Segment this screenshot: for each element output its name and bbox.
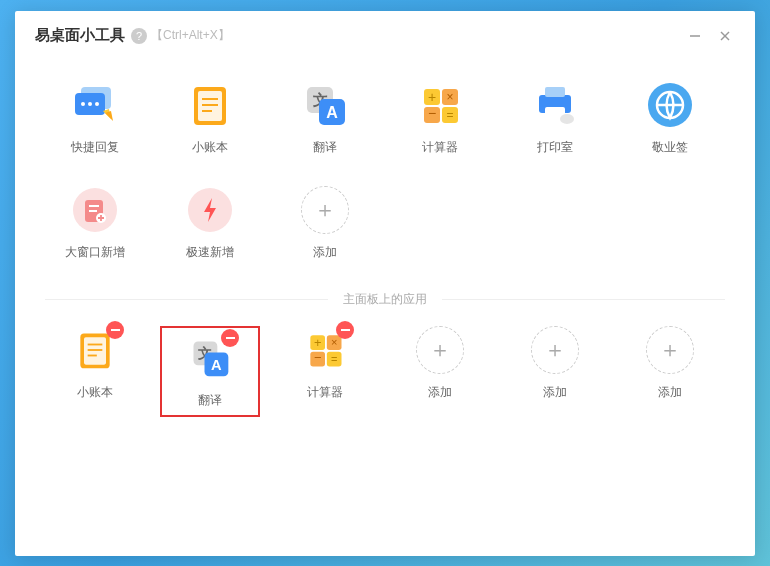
remove-badge-icon[interactable] (221, 329, 239, 347)
minimize-button[interactable] (680, 21, 710, 51)
svg-text:A: A (211, 356, 222, 372)
tool-translate[interactable]: 文 A 翻译 (275, 81, 375, 156)
tool-big-window-add[interactable]: 大窗口新增 (45, 186, 145, 261)
tool-sign[interactable]: 敬业签 (620, 81, 720, 156)
tool-label: 快捷回复 (71, 139, 119, 156)
remove-badge-icon[interactable] (106, 321, 124, 339)
tool-label: 翻译 (198, 392, 222, 409)
tool-calculator[interactable]: + × − = 计算器 (390, 81, 490, 156)
tool-grid: 快捷回复 小账本 文 (45, 81, 725, 261)
tool-label: 打印室 (537, 139, 573, 156)
tool-label: 小账本 (77, 384, 113, 401)
svg-text:+: + (428, 89, 436, 105)
tool-label: 大窗口新增 (65, 244, 125, 261)
tool-label: 添加 (313, 244, 337, 261)
main-window: 易桌面小工具 ? 【Ctrl+Alt+X】 (15, 11, 755, 556)
quick-add-icon (186, 186, 234, 234)
svg-text:=: = (331, 352, 337, 364)
tool-label: 计算器 (307, 384, 343, 401)
add-icon: ＋ (416, 326, 464, 374)
tool-quick-add[interactable]: 极速新增 (160, 186, 260, 261)
svg-text:+: + (314, 335, 322, 350)
svg-point-28 (560, 114, 574, 124)
svg-text:−: − (314, 349, 322, 364)
sign-icon (646, 81, 694, 129)
panel-calculator[interactable]: + × − = 计算器 (275, 326, 375, 411)
tool-quick-reply[interactable]: 快捷回复 (45, 81, 145, 156)
content-area: 快捷回复 小账本 文 (15, 61, 755, 421)
translate-icon: 文 A (301, 81, 349, 129)
tool-label: 添加 (658, 384, 682, 401)
svg-point-7 (95, 102, 99, 106)
print-icon (531, 81, 579, 129)
tool-print[interactable]: 打印室 (505, 81, 605, 156)
svg-text:×: × (331, 336, 337, 348)
svg-point-6 (88, 102, 92, 106)
close-button[interactable] (710, 21, 740, 51)
tool-label: 计算器 (422, 139, 458, 156)
tool-label: 极速新增 (186, 244, 234, 261)
titlebar: 易桌面小工具 ? 【Ctrl+Alt+X】 (15, 11, 755, 61)
quick-reply-icon (71, 81, 119, 129)
panel-add-1[interactable]: ＋ 添加 (390, 326, 490, 411)
panel-notebook[interactable]: 小账本 (45, 326, 145, 411)
tool-label: 添加 (543, 384, 567, 401)
add-icon: ＋ (531, 326, 579, 374)
tool-label: 敬业签 (652, 139, 688, 156)
big-window-add-icon (71, 186, 119, 234)
tool-label: 小账本 (192, 139, 228, 156)
svg-point-5 (81, 102, 85, 106)
panel-add-2[interactable]: ＋ 添加 (505, 326, 605, 411)
add-icon: ＋ (646, 326, 694, 374)
help-icon[interactable]: ? (131, 28, 147, 44)
svg-rect-26 (545, 87, 565, 97)
window-title: 易桌面小工具 (35, 26, 125, 45)
tool-add[interactable]: ＋ 添加 (275, 186, 375, 261)
divider: 主面板上的应用 (45, 291, 725, 308)
divider-label: 主面板上的应用 (328, 291, 442, 308)
shortcut-hint: 【Ctrl+Alt+X】 (151, 27, 230, 44)
tool-label: 添加 (428, 384, 452, 401)
notebook-icon (186, 81, 234, 129)
panel-translate[interactable]: 文 A 翻译 (160, 326, 260, 417)
calculator-icon: + × − = (416, 81, 464, 129)
svg-text:−: − (428, 105, 436, 121)
panel-grid: 小账本 文 A 翻译 + (45, 326, 725, 411)
tool-notebook[interactable]: 小账本 (160, 81, 260, 156)
tool-label: 翻译 (313, 139, 337, 156)
panel-add-3[interactable]: ＋ 添加 (620, 326, 720, 411)
add-icon: ＋ (301, 186, 349, 234)
remove-badge-icon[interactable] (336, 321, 354, 339)
svg-text:A: A (326, 104, 338, 121)
svg-text:×: × (446, 90, 453, 104)
svg-text:=: = (446, 108, 453, 122)
